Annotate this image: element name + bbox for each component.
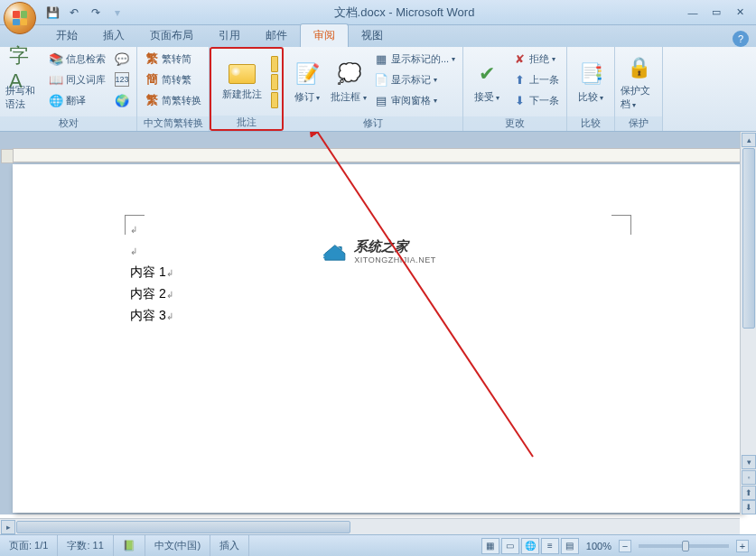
comment-delete-icon[interactable] <box>271 92 278 108</box>
spelling-button[interactable]: 字A 拼写和语法 <box>4 49 43 115</box>
zoom-level[interactable]: 100% <box>586 541 611 551</box>
chinese-convert-button[interactable]: 繁简繁转换 <box>141 90 205 110</box>
quick-access-toolbar: 💾 ↶ ↷ ▾ <box>43 4 126 22</box>
help-icon[interactable]: ? <box>733 31 749 47</box>
save-icon[interactable]: 💾 <box>43 4 61 22</box>
print-layout-view-icon[interactable]: ▦ <box>481 538 499 554</box>
undo-icon[interactable]: ↶ <box>65 4 83 22</box>
thesaurus-icon: 📖 <box>49 72 63 87</box>
language-status[interactable]: 中文(中国) <box>145 535 210 556</box>
accept-button[interactable]: ✔ 接受 <box>467 49 507 115</box>
redo-icon[interactable]: ↷ <box>87 4 105 22</box>
prev-icon: ⬆ <box>512 72 527 87</box>
group-label-comments: 批注 <box>211 116 282 129</box>
next-button[interactable]: ⬇下一条 <box>509 90 563 110</box>
display-dropdown[interactable]: ▦显示标记的... <box>370 49 459 69</box>
word-count-status[interactable]: 字数: 11 <box>58 535 113 556</box>
ribbon-tabs: 开始 插入 页面布局 引用 邮件 审阅 视图 ? <box>0 25 756 47</box>
tab-selector[interactable] <box>1 149 14 163</box>
translation-tip-button[interactable]: 💬 <box>111 49 133 69</box>
comment-next-icon[interactable] <box>271 74 278 90</box>
tab-view[interactable]: 视图 <box>349 24 396 47</box>
research-button[interactable]: 📚信息检索 <box>45 49 109 69</box>
protect-icon: 🔒 <box>624 53 653 82</box>
fullscreen-view-icon[interactable]: ▭ <box>501 538 519 554</box>
qat-dropdown-icon[interactable]: ▾ <box>108 4 126 22</box>
thesaurus-button[interactable]: 📖同义词库 <box>45 70 109 89</box>
page[interactable]: 系统之家 XITONGZHIJIA.NET ↲ ↲ 内容 1↲ 内容 2↲ 内容… <box>13 164 743 513</box>
restore-button[interactable]: ▭ <box>705 5 727 20</box>
titlebar: 💾 ↶ ↷ ▾ 文档.docx - Microsoft Word — ▭ ✕ <box>0 0 756 25</box>
horizontal-scrollbar[interactable]: ◂ ▸ <box>0 518 740 534</box>
paragraph: 内容 1↲ <box>130 262 626 283</box>
paragraph: ↲ <box>130 218 626 240</box>
language-icon: 🌍 <box>115 93 129 107</box>
protect-button[interactable]: 🔒 保护文档 <box>619 49 658 115</box>
pane-icon: ▤ <box>374 93 388 107</box>
margin-corner-icon <box>125 215 145 235</box>
outline-view-icon[interactable]: ≡ <box>541 538 559 554</box>
track-changes-button[interactable]: 📝 修订 <box>287 49 327 115</box>
previous-button[interactable]: ⬆上一条 <box>509 70 563 89</box>
scroll-thumb[interactable] <box>16 521 350 533</box>
zoom-out-button[interactable]: − <box>619 540 631 552</box>
paragraph: ↲ <box>130 240 626 262</box>
tab-layout[interactable]: 页面布局 <box>137 24 206 47</box>
trad-to-simp-button[interactable]: 簡简转繁 <box>141 70 205 89</box>
insert-mode-status[interactable]: 插入 <box>210 535 249 556</box>
next-icon: ⬇ <box>512 93 527 107</box>
compare-button[interactable]: 📑 比较 <box>571 49 611 115</box>
tab-start[interactable]: 开始 <box>43 24 90 47</box>
translate-button[interactable]: 🌐翻译 <box>45 90 109 110</box>
vertical-scrollbar[interactable]: ▴ ▾ ◦ ⬆ ⬇ <box>740 132 756 514</box>
browse-object-icon[interactable]: ◦ <box>742 470 756 485</box>
group-comments: 新建批注 批注 <box>210 47 284 131</box>
page-status[interactable]: 页面: 1/1 <box>0 535 58 556</box>
scroll-right-icon[interactable]: ▸ <box>1 520 15 534</box>
group-label-changes: 更改 <box>463 116 566 131</box>
wordcount-button[interactable]: 123 <box>111 70 133 89</box>
horizontal-ruler[interactable] <box>13 148 743 162</box>
display-icon: ▦ <box>374 51 388 66</box>
tab-mail[interactable]: 邮件 <box>253 24 300 47</box>
statusbar: 页面: 1/1 字数: 11 📗 中文(中国) 插入 ▦ ▭ 🌐 ≡ ▤ 100… <box>0 534 756 556</box>
comment-icon <box>229 64 256 84</box>
window-title: 文档.docx - Microsoft Word <box>126 5 682 21</box>
zoom-thumb[interactable] <box>682 541 689 551</box>
research-icon: 📚 <box>49 51 63 66</box>
compare-icon: 📑 <box>576 60 605 88</box>
office-button[interactable] <box>4 2 40 36</box>
wordcount-icon: 123 <box>115 72 129 87</box>
reviewing-pane-button[interactable]: ▤审阅窗格 <box>370 90 459 110</box>
new-comment-button[interactable]: 新建批注 <box>215 51 269 114</box>
zoom-slider[interactable] <box>639 544 729 548</box>
proof-status[interactable]: 📗 <box>114 535 145 556</box>
margin-corner-icon <box>611 215 631 235</box>
group-chinese: 繁繁转简 簡简转繁 繁简繁转换 中文简繁转换 <box>137 47 210 131</box>
group-label-proofing: 校对 <box>0 116 136 131</box>
show-markup-button[interactable]: 📄显示标记 <box>370 70 459 89</box>
accept-icon: ✔ <box>472 60 501 88</box>
balloons-button[interactable]: 💭 批注框 <box>329 49 369 115</box>
prev-page-icon[interactable]: ⬆ <box>742 486 756 500</box>
zoom-in-button[interactable]: + <box>736 540 749 552</box>
comment-nav <box>271 51 278 114</box>
tab-insert[interactable]: 插入 <box>90 24 137 47</box>
group-changes: ✔ 接受 ✘拒绝 ⬆上一条 ⬇下一条 更改 <box>463 47 567 131</box>
group-label-chinese: 中文简繁转换 <box>137 116 209 131</box>
reject-button[interactable]: ✘拒绝 <box>509 49 563 69</box>
scroll-down-icon[interactable]: ▾ <box>742 455 756 469</box>
close-button[interactable]: ✕ <box>729 5 751 20</box>
simp-to-trad-button[interactable]: 繁繁转简 <box>141 49 205 69</box>
tab-review[interactable]: 审阅 <box>300 23 349 47</box>
reject-icon: ✘ <box>512 51 527 66</box>
web-view-icon[interactable]: 🌐 <box>521 538 539 554</box>
tab-references[interactable]: 引用 <box>206 24 253 47</box>
next-page-icon[interactable]: ⬇ <box>742 500 756 514</box>
draft-view-icon[interactable]: ▤ <box>561 538 579 554</box>
minimize-button[interactable]: — <box>682 5 704 20</box>
scroll-thumb[interactable] <box>742 148 755 329</box>
scroll-up-icon[interactable]: ▴ <box>742 133 756 147</box>
comment-prev-icon[interactable] <box>271 56 278 72</box>
set-language-button[interactable]: 🌍 <box>111 90 133 110</box>
